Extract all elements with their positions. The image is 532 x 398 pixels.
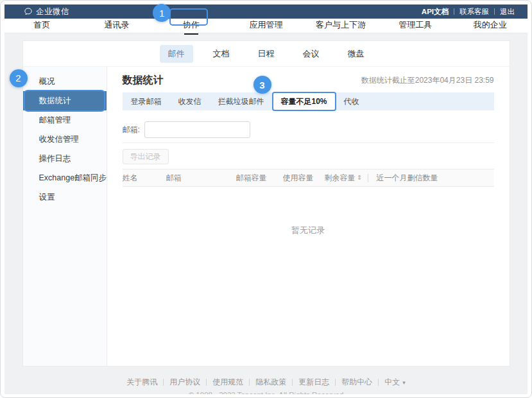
mailbox-filter-input[interactable] <box>144 121 250 138</box>
footer-link-changelog[interactable]: 更新日志 <box>293 377 335 388</box>
copyright: © 1998 - 2023 Tencent Inc. All Rights Re… <box>4 391 528 394</box>
nav-item-customers[interactable]: 客户与上下游 <box>304 18 378 33</box>
language-selector[interactable]: 中文 ▾ <box>379 377 411 388</box>
brand-name: 企业微信 <box>36 6 69 17</box>
sidebar-item-mailbox-management[interactable]: 邮箱管理 <box>23 110 107 130</box>
divider <box>123 143 494 143</box>
column-header-deleted-last-month: 近一个月删信数量 <box>370 173 438 184</box>
logout-link[interactable]: 退出 <box>495 7 520 17</box>
main-content: 数据统计 数据统计截止至2023年04月23日 23:59 登录邮箱 收发信 拦… <box>107 67 510 366</box>
content-header: 数据统计 数据统计截止至2023年04月23日 23:59 <box>123 73 494 87</box>
sidebar-item-operation-log[interactable]: 操作日志 <box>23 149 107 168</box>
column-header-name: 姓名 <box>123 173 166 184</box>
footer-link-about-tencent[interactable]: 关于腾讯 <box>121 377 163 388</box>
nav-item-apps[interactable]: 应用管理 <box>228 18 303 33</box>
table-header-row: 姓名 邮箱 邮箱容量 使用容量 剩余容量 ⇕ 近一个月删信数量 <box>123 169 494 187</box>
nav-item-management-tools[interactable]: 管理工具 <box>378 18 452 33</box>
topbar: 企业微信 API文档 联系客服 退出 <box>4 4 528 19</box>
contact-support-link[interactable]: 联系客服 <box>454 7 494 17</box>
workspace-tabs: 邮件 文档 日程 会议 微盘 <box>23 41 510 67</box>
empty-state-text: 暂无记录 <box>123 225 494 236</box>
tab-login-mailbox[interactable]: 登录邮箱 <box>123 92 170 110</box>
export-records-button[interactable]: 导出记录 <box>123 149 169 164</box>
tab-capacity-below-10[interactable]: 容量不足10% 3 <box>273 92 336 110</box>
sidebar-item-exchange-sync[interactable]: Exchange邮箱同步 <box>23 168 107 187</box>
column-header-used: 使用容量 <box>283 173 325 184</box>
topbar-links: API文档 联系客服 退出 <box>416 7 520 17</box>
card-body: 概况 数据统计 2 邮箱管理 收发信管理 操作日志 Exchange邮箱同步 设… <box>23 67 510 366</box>
tab-meeting[interactable]: 会议 <box>295 45 328 63</box>
sidebar-item-overview[interactable]: 概况 <box>23 72 107 91</box>
tab-send-receive[interactable]: 收发信 <box>170 92 210 110</box>
api-docs-link[interactable]: API文档 <box>416 7 454 17</box>
column-header-mailbox: 邮箱 <box>166 173 236 184</box>
mailbox-filter-label: 邮箱: <box>123 125 140 135</box>
footer-link-privacy-policy[interactable]: 隐私政策 <box>250 377 292 388</box>
column-header-remaining: 剩余容量 ⇕ <box>325 173 366 184</box>
sidebar-item-settings[interactable]: 设置 <box>23 187 107 207</box>
footer-link-help-center[interactable]: 帮助中心 <box>336 377 378 388</box>
nav-item-collaboration[interactable]: 协作 1 <box>154 18 228 33</box>
statistics-tab-strip: 登录邮箱 收发信 拦截垃圾邮件 容量不足10% 3 代收 <box>123 92 494 110</box>
wecom-logo-icon <box>24 7 33 16</box>
sort-icon[interactable]: ⇕ <box>357 175 362 181</box>
workspace: 邮件 文档 日程 会议 微盘 概况 数据统计 2 邮箱管理 收发信管理 <box>4 33 528 394</box>
sidebar-item-send-receive-management[interactable]: 收发信管理 <box>23 130 107 149</box>
column-header-capacity: 邮箱容量 <box>236 173 283 184</box>
primary-nav: 首页 通讯录 协作 1 应用管理 客户与上下游 管理工具 我的企业 <box>4 19 528 33</box>
footer-links: 关于腾讯 用户协议 使用规范 隐私政策 更新日志 帮助中心 中文 ▾ <box>4 377 528 388</box>
tab-mail[interactable]: 邮件 <box>160 45 193 63</box>
content-card: 邮件 文档 日程 会议 微盘 概况 数据统计 2 邮箱管理 收发信管理 <box>22 40 510 367</box>
tab-spam-intercept[interactable]: 拦截垃圾邮件 <box>210 92 273 110</box>
page-title: 数据统计 <box>123 74 164 87</box>
chevron-down-icon: ▾ <box>402 379 406 386</box>
nav-item-home[interactable]: 首页 <box>4 18 79 33</box>
data-deadline-note: 数据统计截止至2023年04月23日 23:59 <box>361 75 494 86</box>
wecom-admin-window: 企业微信 API文档 联系客服 退出 首页 通讯录 协作 1 应用管理 客户与上… <box>0 0 532 398</box>
sidebar-item-data-statistics[interactable]: 数据统计 2 <box>23 91 107 110</box>
footer-link-user-agreement[interactable]: 用户协议 <box>164 377 206 388</box>
filter-row: 邮箱: <box>123 121 494 138</box>
brand: 企业微信 <box>24 6 69 17</box>
tab-proxy-collect[interactable]: 代收 <box>336 92 368 110</box>
footer: 关于腾讯 用户协议 使用规范 隐私政策 更新日志 帮助中心 中文 ▾ © 199… <box>4 377 528 394</box>
nav-item-contacts[interactable]: 通讯录 <box>79 18 153 33</box>
tab-drive[interactable]: 微盘 <box>339 45 373 63</box>
tab-calendar[interactable]: 日程 <box>250 45 283 63</box>
nav-item-my-enterprise[interactable]: 我的企业 <box>453 18 528 33</box>
tab-docs[interactable]: 文档 <box>205 45 238 63</box>
footer-link-usage-rules[interactable]: 使用规范 <box>207 377 249 388</box>
sidebar: 概况 数据统计 2 邮箱管理 收发信管理 操作日志 Exchange邮箱同步 设… <box>23 67 107 366</box>
column-divider <box>368 174 368 182</box>
